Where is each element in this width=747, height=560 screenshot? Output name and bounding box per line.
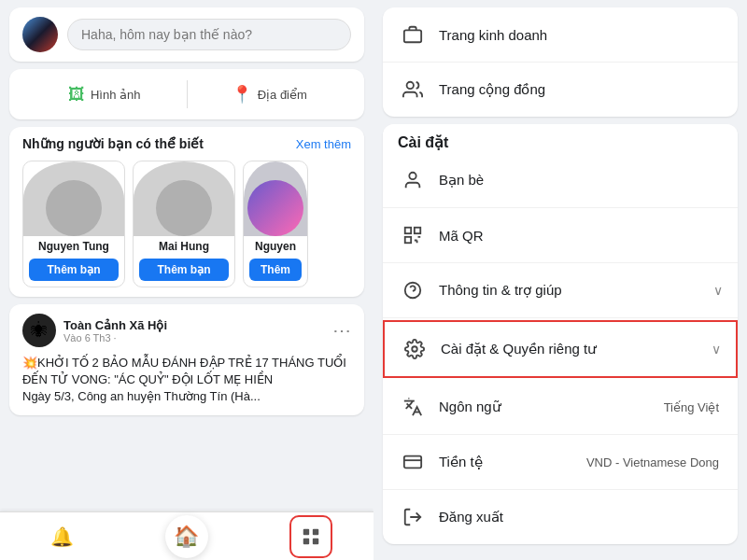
news-post: 🕷 Toàn Cảnh Xã Hội Vào 6 Th3 · ⋯ 💥KHỞI T… <box>9 304 364 415</box>
left-panel: 🖼 Hình ảnh 📍 Địa điểm Những người bạn có… <box>0 0 374 560</box>
chevron-down-icon: ∨ <box>712 342 721 357</box>
svg-rect-1 <box>313 528 318 534</box>
nav-grid[interactable] <box>289 514 333 559</box>
settings-header: Cài đặt <box>383 124 738 153</box>
question-icon <box>398 275 428 305</box>
news-time: Vào 6 Th3 · <box>63 332 325 343</box>
suggestion-avatar <box>244 161 307 236</box>
suggestion-name: Nguyen <box>244 236 307 255</box>
svg-rect-9 <box>405 237 411 243</box>
svg-point-6 <box>409 173 416 179</box>
logout-label: Đăng xuất <box>439 509 723 525</box>
news-source-avatar: 🕷 <box>22 314 56 347</box>
location-icon: 📍 <box>232 84 252 105</box>
bell-icon: 🔔 <box>50 525 74 548</box>
svg-point-12 <box>412 346 417 352</box>
friends-item[interactable]: Bạn bè <box>383 153 738 208</box>
people-icon <box>398 75 428 105</box>
see-more-link[interactable]: Xem thêm <box>296 137 351 151</box>
currency-label: Tiền tệ <box>439 454 575 470</box>
news-snippet: Ngày 5/3, Công an huyện Thường Tín (Hà..… <box>22 389 261 403</box>
home-icon: 🏠 <box>174 525 199 549</box>
briefcase-icon <box>398 20 428 49</box>
grid-icon <box>301 526 321 547</box>
suggestion-card: Mai Hung Thêm bạn <box>133 161 235 287</box>
news-more-button[interactable]: ⋯ <box>332 319 351 342</box>
settings-privacy-label: Cài đặt & Quyền riêng tư <box>441 341 700 357</box>
bottom-nav: 🔔 🏠 <box>0 511 374 560</box>
qr-icon <box>398 220 428 250</box>
settings-privacy-item[interactable]: Cài đặt & Quyền riêng tư ∨ <box>383 320 738 378</box>
svg-rect-13 <box>404 456 421 469</box>
svg-rect-8 <box>415 228 420 233</box>
logout-item[interactable]: Đăng xuất <box>383 490 738 544</box>
add-friend-button[interactable]: Thêm bạn <box>29 259 119 281</box>
suggestion-avatar <box>23 161 124 236</box>
avatar-circle <box>46 180 102 236</box>
currency-value: VND - Vietnamese Dong <box>586 455 719 469</box>
suggestion-card: Nguyen Tung Thêm bạn <box>22 161 125 287</box>
info-help-label: Thông tin & trợ giúp <box>439 282 702 299</box>
avatar-circle <box>156 180 212 236</box>
nav-bell[interactable]: 🔔 <box>40 514 85 559</box>
svg-rect-4 <box>404 30 421 42</box>
community-page-item[interactable]: Trang cộng đồng <box>383 63 738 117</box>
svg-rect-0 <box>303 528 309 534</box>
logout-icon <box>398 502 428 532</box>
news-post-header: 🕷 Toàn Cảnh Xã Hội Vào 6 Th3 · ⋯ <box>22 314 351 347</box>
user-avatar <box>22 17 58 52</box>
home-button[interactable]: 🏠 <box>165 515 208 558</box>
language-value: Tiếng Việt <box>664 400 719 414</box>
language-label: Ngôn ngữ <box>439 399 653 415</box>
community-page-label: Trang cộng đồng <box>439 81 723 98</box>
gear-icon <box>400 334 430 364</box>
person-icon <box>398 165 428 195</box>
qr-item[interactable]: Mã QR <box>383 208 738 263</box>
suggestions-section: Những người bạn có thể biết Xem thêm Ngu… <box>9 127 364 297</box>
right-panel: Trang kinh doanh Trang cộng đồng Cài đặt <box>374 0 747 560</box>
svg-rect-3 <box>313 538 318 543</box>
grid-button[interactable] <box>289 515 332 558</box>
currency-icon <box>398 447 428 477</box>
suggestion-avatar <box>134 161 234 236</box>
business-page-item[interactable]: Trang kinh doanh <box>383 7 738 63</box>
suggestions-header: Những người bạn có thể biết Xem thêm <box>22 136 351 151</box>
svg-point-5 <box>407 82 414 89</box>
post-input[interactable] <box>67 19 351 50</box>
nav-home[interactable]: 🏠 <box>164 514 209 559</box>
business-page-label: Trang kinh doanh <box>439 27 723 43</box>
top-menu-section: Trang kinh doanh Trang cộng đồng <box>383 7 738 117</box>
photo-label: Hình ảnh <box>91 88 141 102</box>
translate-icon <box>398 392 428 422</box>
info-help-item[interactable]: Thông tin & trợ giúp ∨ <box>383 263 738 318</box>
suggestion-name: Nguyen Tung <box>23 236 124 255</box>
currency-item[interactable]: Tiền tệ VND - Vietnamese Dong <box>383 435 738 490</box>
suggestions-list: Nguyen Tung Thêm bạn Mai Hung Thêm bạn N… <box>22 161 351 287</box>
post-box <box>9 7 364 62</box>
photo-icon: 🖼 <box>68 85 85 105</box>
add-friend-button[interactable]: Thêm bạn <box>139 259 229 281</box>
news-info: Toàn Cảnh Xã Hội Vào 6 Th3 · <box>63 318 325 343</box>
friends-label: Bạn bè <box>439 172 723 189</box>
add-friend-button[interactable]: Thêm <box>249 259 302 281</box>
location-button[interactable]: 📍 Địa điểm <box>188 77 352 112</box>
suggestions-title: Những người bạn có thể biết <box>22 136 204 151</box>
avatar-circle <box>247 180 303 236</box>
news-source-name: Toàn Cảnh Xã Hội <box>63 318 325 332</box>
location-label: Địa điểm <box>258 88 307 102</box>
media-buttons: 🖼 Hình ảnh 📍 Địa điểm <box>9 69 364 119</box>
qr-label: Mã QR <box>439 228 723 244</box>
svg-rect-2 <box>303 538 309 543</box>
suggestion-card: Nguyen Thêm <box>243 161 308 287</box>
settings-section: Cài đặt Bạn bè Mã QR <box>383 124 738 544</box>
svg-rect-7 <box>405 228 411 233</box>
news-content: 💥KHỞI TỐ 2 BẢO MẪU ĐÁNH ĐẬP TRẺ 17 THÁNG… <box>22 355 351 406</box>
chevron-down-icon: ∨ <box>713 283 723 298</box>
language-item[interactable]: Ngôn ngữ Tiếng Việt <box>383 380 738 435</box>
photo-button[interactable]: 🖼 Hình ảnh <box>22 77 187 112</box>
suggestion-name: Mai Hung <box>134 236 234 255</box>
news-text: 💥KHỞI TỐ 2 BẢO MẪU ĐÁNH ĐẬP TRẺ 17 THÁNG… <box>22 356 346 386</box>
